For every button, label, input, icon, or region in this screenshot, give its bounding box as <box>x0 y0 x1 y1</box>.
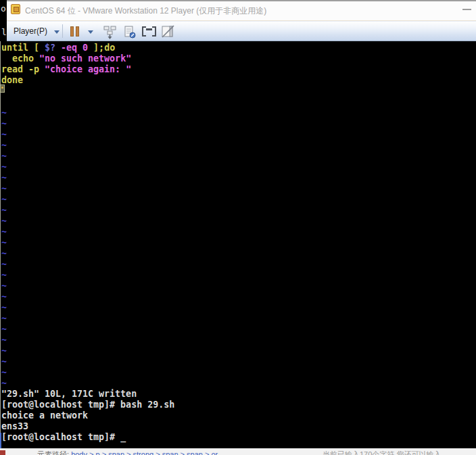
terminal-line: ens33 <box>1 421 174 432</box>
terminal-line: echo "no such network" <box>1 53 174 64</box>
pause-bar <box>70 26 74 37</box>
screenshot-root: o l CentOS 64 位 - VMware Workstation 12 … <box>0 0 476 455</box>
element-path-value[interactable]: body > p > span > strong > span > span >… <box>71 450 218 455</box>
vmware-app-icon <box>11 4 20 14</box>
vm-settings-icon[interactable] <box>123 25 137 39</box>
player-menu-arrow-icon[interactable] <box>54 30 60 34</box>
terminal-line: ~ <box>1 226 174 237</box>
element-path-label: 元素路径: <box>37 450 71 455</box>
terminal-line: ~ <box>1 270 174 281</box>
terminal-line: ~ <box>1 345 174 356</box>
char-count-status: 当前已输入170个字符,您还可以输入 <box>323 450 441 455</box>
terminal-line: ~ <box>1 107 174 118</box>
terminal-line: ~ <box>1 302 174 313</box>
underlying-page-fragment: l <box>1 27 7 37</box>
terminal-line: ~ <box>1 194 174 205</box>
fullscreen-icon[interactable] <box>141 25 158 39</box>
terminal-line: ~ <box>1 183 174 194</box>
terminal-line: [root@localhost tmp]# _ <box>1 432 174 443</box>
terminal-line: ~ <box>1 151 174 162</box>
send-ctrl-alt-del-icon[interactable] <box>103 25 118 39</box>
terminal-line: ~ <box>1 205 174 216</box>
window-title: CentOS 64 位 - VMware Workstation 12 Play… <box>25 1 266 20</box>
terminal-line: ~ <box>1 378 174 389</box>
player-menu[interactable]: Player(P) <box>14 22 47 41</box>
terminal-line: read -p "choice again: " <box>1 64 174 75</box>
vm-console[interactable]: until [ $? -eq 0 ];do echo "no such netw… <box>0 41 476 448</box>
terminal-line: [root@localhost tmp]# bash 29.sh <box>1 400 174 410</box>
editor-statusbar: 元素路径: body > p > span > strong > span > … <box>0 448 476 455</box>
console-left-edge <box>0 41 1 433</box>
terminal-line: ~ <box>1 281 174 291</box>
terminal-line: ~ <box>1 129 174 140</box>
terminal-line: ~ <box>1 324 174 335</box>
terminal-line: ~ <box>1 162 174 172</box>
terminal-line: ~ <box>1 313 174 324</box>
terminal-line: ~ <box>1 248 174 259</box>
toolbar-separator <box>62 24 63 38</box>
terminal-line: ~ <box>1 237 174 248</box>
terminal-line: choice a network <box>1 410 174 421</box>
underlying-page-fragment: o <box>1 3 6 14</box>
terminal-line: ~ <box>1 118 174 129</box>
terminal-output: until [ $? -eq 0 ];do echo "no such netw… <box>1 43 174 443</box>
terminal-line: "29.sh" 10L, 171C written <box>1 389 174 400</box>
terminal-line: ~ <box>1 356 174 367</box>
statusbar-artifact <box>0 450 5 455</box>
terminal-line: ~ <box>1 291 174 302</box>
element-path: 元素路径: body > p > span > strong > span > … <box>37 450 218 455</box>
terminal-line: ~ <box>1 259 174 270</box>
terminal-line: ~ <box>1 335 174 345</box>
minimize-button[interactable] <box>462 9 471 10</box>
terminal-line: ~ <box>1 172 174 183</box>
terminal-line: until [ $? -eq 0 ];do <box>1 43 174 53</box>
vmware-toolbar: Player(P) <box>7 21 476 41</box>
unity-mode-icon[interactable] <box>161 25 175 39</box>
power-dropdown-arrow-icon[interactable] <box>88 30 93 34</box>
terminal-cursor: _ <box>120 432 126 442</box>
terminal-line: ~ <box>1 140 174 151</box>
suspend-vm-button[interactable] <box>70 26 80 37</box>
terminal-line <box>1 86 174 97</box>
pause-bar <box>76 26 79 37</box>
terminal-line <box>1 97 174 107</box>
terminal-line: done <box>1 75 174 86</box>
terminal-line: ~ <box>1 216 174 226</box>
vmware-titlebar: CentOS 64 位 - VMware Workstation 12 Play… <box>7 0 476 21</box>
terminal-line: ~ <box>1 367 174 378</box>
